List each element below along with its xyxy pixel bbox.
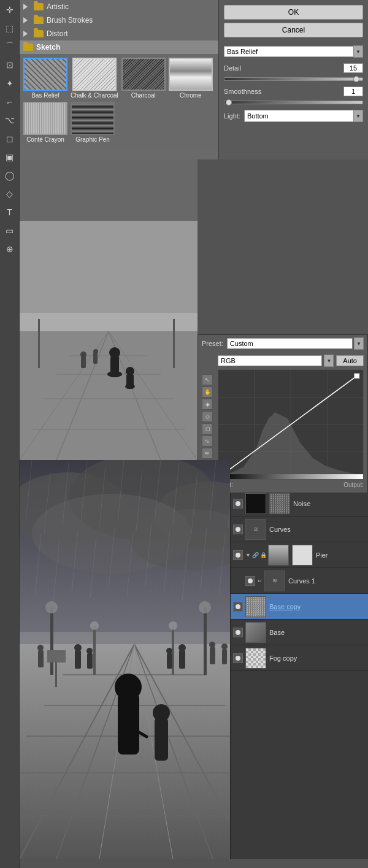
detail-slider[interactable]	[224, 77, 363, 81]
eye-base-bottom[interactable]	[233, 628, 243, 637]
curves-tool-eyedropper-white[interactable]: ◻	[202, 423, 213, 434]
tool-select[interactable]: ⬚	[1, 20, 18, 37]
channel-select-arrow[interactable]	[324, 355, 334, 367]
thumb-curves-adj: ≋	[245, 519, 266, 540]
cancel-button[interactable]: Cancel	[224, 23, 363, 37]
detail-slider-thumb[interactable]	[353, 76, 359, 82]
layer-name-fog-copy: Fog copy	[269, 655, 297, 662]
ps-toolbar: ✛ ⬚ ⌒ ⊡ ✦ ⌐ ⌥ ◻ ▣ ◯ ◇ T ▭ ⊕	[0, 0, 20, 859]
light-label: Light:	[224, 112, 240, 120]
tree-label-brush: Brush Strokes	[47, 16, 93, 25]
tool-dodge[interactable]: ◯	[1, 167, 18, 184]
channel-select[interactable]: RGB	[218, 355, 322, 366]
eye-noise[interactable]	[233, 499, 243, 509]
curves-tool-curve[interactable]: ∿	[202, 436, 213, 447]
eye-curves[interactable]	[233, 524, 243, 534]
smoothness-slider-thumb[interactable]	[226, 99, 232, 106]
thumb-fog-copy	[245, 648, 266, 669]
layer-name-curves1-bottom: Curves 1	[288, 577, 315, 585]
thumb-img-chrome	[169, 58, 213, 91]
bottom-layers-panel: Color Dodge Opacity: 100% Lock: ⬚ ✏ ✛ 🔒 …	[230, 460, 368, 859]
eye-curves1-bottom[interactable]	[245, 576, 255, 586]
smoothness-input[interactable]	[343, 86, 363, 96]
light-select[interactable]: Bottom	[244, 110, 354, 122]
ok-button[interactable]: OK	[224, 5, 363, 20]
tool-brush[interactable]: ⌐	[1, 93, 18, 110]
curves-tool-eyedropper-gray[interactable]: ◇	[202, 411, 213, 422]
thumb-curves1-adj: ≋	[264, 570, 285, 591]
preset-select[interactable]: Custom	[227, 338, 353, 349]
thumb-chalk[interactable]: Chalk & Charcoal	[71, 58, 118, 99]
folder-icon-distort	[34, 30, 44, 37]
tool-gradient[interactable]: ▣	[1, 148, 18, 166]
bottom-layer-curves[interactable]: ≋ Curves	[231, 517, 368, 542]
tool-eraser[interactable]: ◻	[1, 130, 18, 147]
bottom-layer-curves1[interactable]: ↵ ≋ Curves 1	[231, 568, 368, 594]
eye-fog-copy[interactable]	[233, 653, 243, 663]
expand-arrow-artistic	[23, 4, 31, 10]
tree-label-distort: Distort	[47, 29, 68, 38]
tree-item-artistic[interactable]: Artistic	[20, 0, 218, 13]
smoothness-row: Smoothness	[224, 86, 363, 96]
tool-pen[interactable]: ◇	[1, 185, 18, 202]
thumb-conte[interactable]: Conté Crayon	[23, 102, 67, 143]
expand-arrow-brush	[23, 17, 31, 23]
thumb-label-chrome: Chrome	[180, 92, 202, 99]
sketch-thumbnails-grid: Bas Relief Chalk & Charcoal Charcoal	[20, 54, 218, 147]
tool-lasso[interactable]: ⌒	[1, 38, 18, 55]
thumb-bas-relief[interactable]: Bas Relief	[23, 58, 67, 99]
tool-clone[interactable]: ⌥	[1, 112, 18, 129]
svg-rect-52	[50, 607, 53, 675]
thumb-charcoal[interactable]: Charcoal	[121, 58, 166, 99]
svg-rect-68	[179, 650, 185, 669]
bottom-layer-noise[interactable]: Noise	[231, 491, 368, 517]
middle-section: Preset: Custom ↖ ✋ ◈ ◇ ◻ ∿ ✏	[20, 159, 368, 460]
curves-tool-pencil[interactable]: ✏	[202, 448, 213, 459]
svg-rect-79	[155, 718, 168, 761]
expand-pier-bottom[interactable]: ▼	[245, 552, 251, 558]
tool-type[interactable]: T	[1, 204, 18, 221]
svg-point-15	[109, 347, 120, 358]
filter-gallery-section: Artistic Brush Strokes Distort Sketch	[20, 0, 368, 159]
thumb-chrome[interactable]: Chrome	[169, 58, 213, 99]
bottom-layer-base-copy[interactable]: Base copy	[231, 594, 368, 620]
tool-crop[interactable]: ⊡	[1, 56, 18, 74]
thumb-img-conte	[23, 102, 67, 135]
effect-select[interactable]: Bas Relief	[224, 46, 354, 57]
preset-select-arrow[interactable]	[354, 337, 364, 350]
tree-item-brush[interactable]: Brush Strokes	[20, 13, 218, 27]
tool-shape[interactable]: ▭	[1, 222, 18, 239]
bottom-layer-pier[interactable]: ▼ 🔗 🔒 Pier	[231, 542, 368, 568]
effect-dropdown-row: Bas Relief	[224, 45, 363, 58]
svg-point-53	[45, 601, 58, 613]
smoothness-slider[interactable]	[224, 101, 363, 104]
bottom-layer-base[interactable]: Base	[231, 620, 368, 645]
curves-tool-pointer[interactable]: ↖	[202, 374, 213, 385]
tree-item-sketch[interactable]: Sketch	[20, 40, 218, 54]
detail-input[interactable]	[343, 63, 363, 73]
tree-item-distort[interactable]: Distort	[20, 27, 218, 40]
tool-move[interactable]: ✛	[1, 1, 18, 18]
folder-icon-brush	[34, 17, 44, 24]
auto-button[interactable]: Auto	[336, 355, 364, 366]
lock-pier-bottom: 🔒	[260, 552, 267, 558]
bottom-layer-fog-copy[interactable]: Fog copy	[231, 645, 368, 671]
curves-graph[interactable]	[218, 369, 364, 480]
eye-pier-bottom[interactable]	[233, 550, 243, 560]
boardwalk-scene	[20, 221, 197, 460]
eye-base-copy-bottom[interactable]	[233, 602, 243, 612]
light-select-arrow[interactable]	[353, 110, 363, 122]
bottom-canvas	[20, 460, 230, 859]
tool-heal[interactable]: ✦	[1, 75, 18, 92]
thumb-pier-bottom	[268, 545, 289, 566]
effect-select-arrow[interactable]	[353, 45, 363, 58]
tool-zoom[interactable]: ⊕	[1, 240, 18, 258]
layer-name-base-bottom: Base	[269, 629, 285, 636]
thumb-label-graphic: Graphic Pen	[75, 136, 110, 143]
curves-tool-hand[interactable]: ✋	[202, 386, 213, 398]
main-canvas	[20, 159, 197, 460]
thumb-label-conte: Conté Crayon	[26, 136, 64, 143]
thumb-graphic[interactable]: Graphic Pen	[71, 102, 115, 143]
thumb-label-bas-relief: Bas Relief	[31, 92, 59, 99]
curves-tool-eyedropper-black[interactable]: ◈	[202, 399, 213, 410]
